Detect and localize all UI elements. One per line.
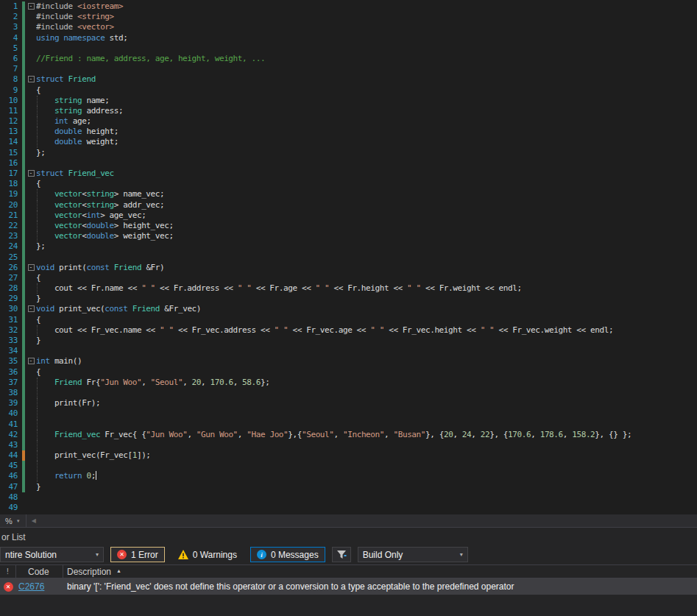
- code-text[interactable]: {: [36, 179, 697, 189]
- code-line[interactable]: 24};: [0, 241, 697, 252]
- code-line[interactable]: 46 return 0;: [0, 471, 697, 481]
- build-filter-dropdown[interactable]: Build Only ▾: [358, 547, 468, 562]
- code-line[interactable]: 23 vector<double> weight_vec;: [0, 231, 697, 241]
- code-line[interactable]: 6//Friend : name, address, age, height, …: [0, 54, 697, 64]
- code-line[interactable]: 14 double weight;: [0, 137, 697, 147]
- code-text[interactable]: double weight;: [36, 137, 697, 147]
- code-line[interactable]: 27{: [0, 273, 697, 283]
- code-line[interactable]: 40: [0, 408, 697, 419]
- horizontal-scrollbar[interactable]: [41, 514, 697, 527]
- code-line[interactable]: 4using namespace std;: [0, 33, 697, 43]
- code-line[interactable]: 44 print_vec(Fr_vec[1]);: [0, 450, 697, 461]
- code-line[interactable]: 28 cout << Fr.name << " " << Fr.address …: [0, 283, 697, 294]
- code-text[interactable]: [36, 492, 697, 503]
- code-text[interactable]: {: [36, 273, 697, 283]
- code-line[interactable]: 9{: [0, 85, 697, 96]
- code-text[interactable]: [36, 346, 697, 356]
- fold-collapse-icon[interactable]: -: [28, 264, 35, 271]
- code-line[interactable]: 32 cout << Fr_vec.name << " " << Fr_vec.…: [0, 325, 697, 336]
- code-line[interactable]: 45: [0, 461, 697, 471]
- code-line[interactable]: 47}: [0, 482, 697, 492]
- code-text[interactable]: vector<double> weight_vec;: [36, 231, 697, 241]
- code-text[interactable]: //Friend : name, address, age, height, w…: [36, 54, 697, 64]
- code-line[interactable]: 5: [0, 43, 697, 54]
- code-text[interactable]: [36, 419, 697, 430]
- zoom-control[interactable]: % ▼: [0, 514, 26, 527]
- code-text[interactable]: [36, 503, 697, 513]
- code-text[interactable]: cout << Fr_vec.name << " " << Fr_vec.add…: [36, 325, 697, 336]
- code-text[interactable]: void print_vec(const Friend &Fr_vec): [36, 304, 697, 314]
- code-line[interactable]: 25: [0, 252, 697, 263]
- code-text[interactable]: #include <vector>: [36, 22, 697, 32]
- code-line[interactable]: 31{: [0, 315, 697, 325]
- code-line[interactable]: 20 vector<string> addr_vec;: [0, 200, 697, 210]
- code-text[interactable]: #include <iostream>: [36, 1, 697, 12]
- code-line[interactable]: 49: [0, 503, 697, 513]
- code-text[interactable]: print_vec(Fr_vec[1]);: [36, 450, 697, 461]
- code-text[interactable]: [36, 461, 697, 471]
- code-line[interactable]: 41: [0, 419, 697, 430]
- code-line[interactable]: 18{: [0, 179, 697, 189]
- code-line[interactable]: 11 string address;: [0, 106, 697, 116]
- code-line[interactable]: 48: [0, 492, 697, 503]
- code-line[interactable]: 35-int main(): [0, 356, 697, 367]
- code-line[interactable]: 8-struct Friend: [0, 74, 697, 85]
- code-line[interactable]: 29}: [0, 294, 697, 304]
- errors-toggle-button[interactable]: ✕ 1 Error: [110, 547, 165, 562]
- code-text[interactable]: [36, 158, 697, 169]
- code-line[interactable]: 17-struct Friend_vec: [0, 169, 697, 179]
- code-line[interactable]: 36{: [0, 367, 697, 378]
- code-text[interactable]: [36, 43, 697, 54]
- fold-collapse-icon[interactable]: -: [28, 358, 35, 364]
- code-text[interactable]: vector<int> age_vec;: [36, 210, 697, 221]
- code-text[interactable]: }: [36, 294, 697, 304]
- code-text[interactable]: }: [36, 336, 697, 346]
- code-text[interactable]: struct Friend_vec: [36, 169, 697, 179]
- code-line[interactable]: 21 vector<int> age_vec;: [0, 210, 697, 221]
- scope-filter-dropdown[interactable]: ntire Solution ▾: [0, 547, 104, 562]
- code-text[interactable]: int main(): [36, 356, 697, 367]
- code-text[interactable]: {: [36, 85, 697, 96]
- code-line[interactable]: 15};: [0, 148, 697, 158]
- code-line[interactable]: 10 string name;: [0, 96, 697, 106]
- code-text[interactable]: };: [36, 148, 697, 158]
- messages-toggle-button[interactable]: i 0 Messages: [250, 547, 325, 562]
- code-line[interactable]: 19 vector<string> name_vec;: [0, 189, 697, 199]
- code-text[interactable]: cout << Fr.name << " " << Fr.address << …: [36, 283, 697, 294]
- code-text[interactable]: };: [36, 241, 697, 252]
- error-row[interactable]: ✕C2676binary '[': 'Friend_vec' does not …: [0, 578, 697, 595]
- code-editor[interactable]: 1-#include <iostream>2#include <string>3…: [0, 0, 697, 514]
- code-text[interactable]: int age;: [36, 116, 697, 127]
- code-text[interactable]: {: [36, 367, 697, 378]
- code-text[interactable]: {: [36, 315, 697, 325]
- description-column-header[interactable]: Description ▲: [63, 565, 697, 578]
- code-line[interactable]: 3#include <vector>: [0, 22, 697, 32]
- fold-collapse-icon[interactable]: -: [28, 305, 35, 312]
- code-text[interactable]: vector<double> height_vec;: [36, 221, 697, 231]
- severity-column-header[interactable]: !: [0, 565, 16, 578]
- code-line[interactable]: 30-void print_vec(const Friend &Fr_vec): [0, 304, 697, 314]
- fold-collapse-icon[interactable]: -: [28, 3, 35, 10]
- code-text[interactable]: #include <string>: [36, 12, 697, 22]
- warnings-toggle-button[interactable]: 0 Warnings: [171, 547, 244, 562]
- code-line[interactable]: 1-#include <iostream>: [0, 1, 697, 12]
- code-line[interactable]: 37 Friend Fr{"Jun Woo", "Seoul", 20, 170…: [0, 378, 697, 388]
- code-text[interactable]: }: [36, 482, 697, 492]
- code-text[interactable]: using namespace std;: [36, 33, 697, 43]
- code-line[interactable]: 7: [0, 64, 697, 74]
- code-column-header[interactable]: Code: [16, 565, 63, 578]
- code-line[interactable]: 43: [0, 440, 697, 450]
- code-text[interactable]: [36, 252, 697, 263]
- code-line[interactable]: 2#include <string>: [0, 12, 697, 22]
- code-text[interactable]: [36, 388, 697, 398]
- code-line[interactable]: 13 double height;: [0, 127, 697, 137]
- code-text[interactable]: void print(const Friend &Fr): [36, 263, 697, 273]
- code-text[interactable]: string name;: [36, 96, 697, 106]
- code-text[interactable]: [36, 408, 697, 419]
- code-text[interactable]: vector<string> addr_vec;: [36, 200, 697, 210]
- code-line[interactable]: 22 vector<double> height_vec;: [0, 221, 697, 231]
- error-code-link[interactable]: C2676: [18, 581, 44, 592]
- code-line[interactable]: 26-void print(const Friend &Fr): [0, 263, 697, 273]
- fold-collapse-icon[interactable]: -: [28, 76, 35, 82]
- filter-button[interactable]: [332, 547, 351, 562]
